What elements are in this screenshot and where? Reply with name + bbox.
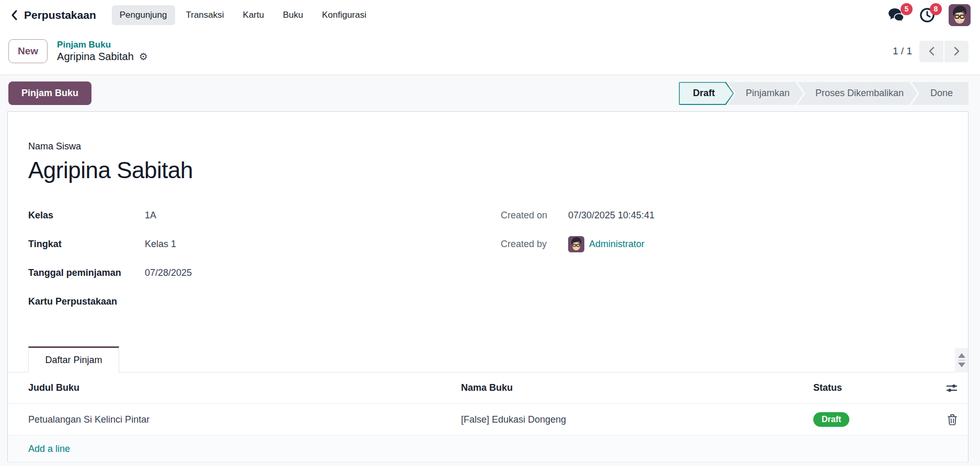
status-step-done[interactable]: Done: [912, 82, 969, 105]
created-on-value: 07/30/2025 10:45:41: [568, 210, 654, 221]
nama-siswa-label: Nama Siswa: [28, 141, 968, 152]
notebook-scroll-widget: [955, 348, 968, 372]
nav-item-pengunjung[interactable]: Pengunjung: [112, 5, 175, 25]
status-step-draft[interactable]: Draft: [679, 82, 734, 105]
adjust-columns-icon[interactable]: [946, 383, 958, 393]
status-step-proses-dikembalikan[interactable]: Proses Dikembalikan: [798, 82, 917, 105]
record-title[interactable]: Agripina Sabitah: [28, 157, 968, 183]
add-line-row: Add a line: [8, 436, 968, 462]
nav-item-konfigurasi[interactable]: Konfigurasi: [314, 5, 374, 25]
column-nama-buku[interactable]: Nama Buku: [461, 382, 813, 393]
nav-item-transaksi[interactable]: Transaksi: [178, 5, 232, 25]
field-row-created-on: Created on 07/30/2025 10:45:41: [501, 201, 947, 230]
created-by-avatar: [568, 236, 584, 252]
tingkat-value[interactable]: Kelas 1: [145, 239, 176, 250]
scroll-up-icon[interactable]: [958, 353, 965, 358]
list-row[interactable]: Petualangan Si Kelinci Pintar [False] Ed…: [8, 404, 968, 436]
cell-nama-buku[interactable]: [False] Edukasi Dongeng: [461, 414, 813, 425]
add-a-line-link[interactable]: Add a line: [28, 444, 70, 455]
header: Perpustakaan Pengunjung Transaksi Kartu …: [0, 0, 980, 75]
nav-item-kartu[interactable]: Kartu: [235, 5, 272, 25]
status-badge: Draft: [813, 412, 849, 427]
tingkat-label: Tingkat: [28, 239, 145, 250]
control-panel: New Pinjam Buku Agripina Sabitah ⚙ 1 / 1: [0, 30, 980, 75]
cell-judul-buku[interactable]: Petualangan Si Kelinci Pintar: [28, 414, 461, 425]
notebook: Daftar Pinjam Judul Buku Nama Buku Statu…: [8, 346, 968, 462]
created-by-label: Created by: [501, 239, 568, 250]
activities-badge: 8: [930, 3, 942, 15]
back-chevron-icon[interactable]: [9, 9, 20, 21]
kelas-value[interactable]: 1A: [145, 210, 156, 221]
pinjam-buku-action-button[interactable]: Pinjam Buku: [8, 81, 91, 105]
messages-icon[interactable]: 5: [888, 7, 906, 23]
list-header-row: Judul Buku Nama Buku Status: [8, 372, 968, 404]
breadcrumb-parent-link[interactable]: Pinjam Buku: [57, 39, 148, 50]
status-step-pinjamkan[interactable]: Pinjamkan: [728, 82, 803, 105]
pager-previous-button[interactable]: [919, 41, 943, 62]
status-pipeline: Draft Pinjamkan Proses Dikembalikan Done: [679, 82, 969, 105]
breadcrumb-current: Agripina Sabitah: [57, 50, 134, 63]
top-navbar: Perpustakaan Pengunjung Transaksi Kartu …: [0, 0, 980, 30]
form-sheet: Nama Siswa Agripina Sabitah Kelas 1A Tin…: [7, 111, 969, 462]
delete-row-trash-icon[interactable]: [947, 414, 958, 425]
form-statusbar: Pinjam Buku Draft Pinjamkan Proses Dikem…: [0, 75, 980, 111]
created-by-value[interactable]: Administrator: [589, 239, 644, 250]
breadcrumb: Pinjam Buku Agripina Sabitah ⚙: [57, 39, 148, 63]
activities-clock-icon[interactable]: 8: [919, 7, 935, 23]
column-status[interactable]: Status: [813, 382, 937, 393]
nav-item-buku[interactable]: Buku: [275, 5, 311, 25]
gear-icon[interactable]: ⚙: [139, 52, 148, 62]
pager-count: 1 / 1: [893, 45, 912, 57]
kartu-perpustakaan-label: Kartu Perpustakaan: [28, 296, 145, 307]
nav-menu: Pengunjung Transaksi Kartu Buku Konfigur…: [112, 5, 374, 25]
systray: 5 8: [888, 4, 973, 26]
tanggal-peminjaman-value[interactable]: 07/28/2025: [145, 267, 192, 278]
field-row-tanggal-peminjaman: Tanggal peminjaman 07/28/2025: [28, 259, 501, 287]
field-row-kelas: Kelas 1A: [28, 201, 501, 230]
content-area: Nama Siswa Agripina Sabitah Kelas 1A Tin…: [0, 111, 980, 462]
new-button[interactable]: New: [8, 39, 48, 63]
created-on-label: Created on: [501, 210, 568, 221]
field-row-created-by: Created by: [501, 230, 947, 259]
column-judul-buku[interactable]: Judul Buku: [28, 382, 461, 393]
scroll-down-icon[interactable]: [958, 363, 965, 367]
pager-next-button[interactable]: [944, 41, 969, 62]
field-row-kartu-perpustakaan: Kartu Perpustakaan: [28, 287, 501, 316]
kelas-label: Kelas: [28, 210, 145, 221]
user-avatar[interactable]: [949, 4, 971, 26]
field-row-tingkat: Tingkat Kelas 1: [28, 230, 501, 259]
tab-daftar-pinjam[interactable]: Daftar Pinjam: [28, 346, 119, 372]
messages-badge: 5: [901, 3, 913, 15]
tanggal-peminjaman-label: Tanggal peminjaman: [28, 267, 145, 278]
app-name[interactable]: Perpustakaan: [24, 9, 96, 21]
